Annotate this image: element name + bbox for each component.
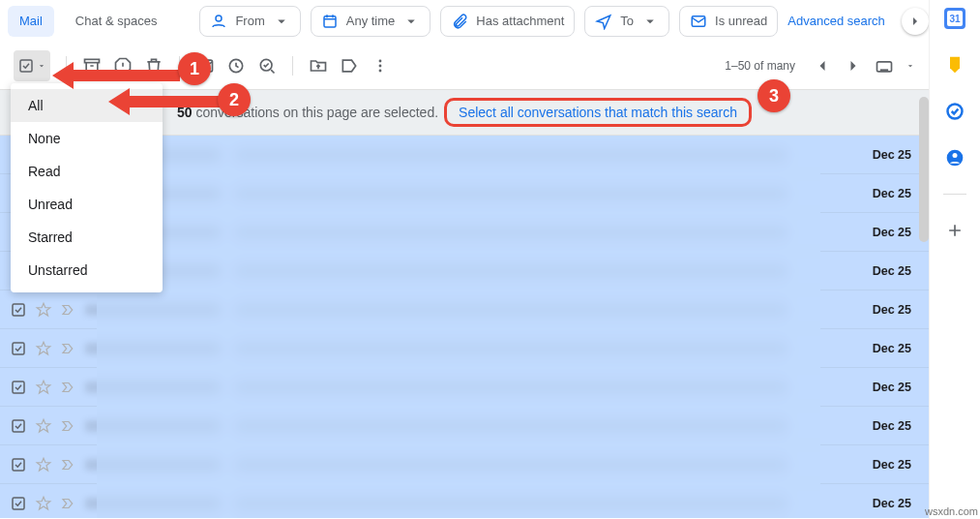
importance-icon[interactable] — [60, 417, 77, 435]
row-checkbox-icon[interactable] — [10, 301, 27, 319]
message-row[interactable]: Dec 25 — [0, 484, 929, 518]
advanced-search-link[interactable]: Advanced search — [787, 14, 884, 28]
message-row[interactable]: Dec 25 — [0, 368, 929, 407]
row-date: Dec 25 — [873, 187, 911, 200]
svg-point-8 — [379, 60, 382, 63]
row-checkbox-icon[interactable] — [10, 495, 27, 512]
row-date: Dec 25 — [873, 419, 911, 433]
tasks-app-icon[interactable] — [944, 101, 965, 122]
tab-mail[interactable]: Mail — [8, 6, 54, 37]
side-panel: 31 — [929, 0, 980, 519]
star-icon[interactable] — [35, 495, 52, 512]
chevron-down-icon — [402, 13, 420, 30]
row-date: Dec 25 — [873, 497, 911, 510]
tab-chat[interactable]: Chat & spaces — [64, 6, 169, 37]
svg-rect-16 — [13, 304, 24, 316]
row-date: Dec 25 — [873, 148, 911, 162]
send-icon — [595, 13, 612, 30]
more-icon[interactable] — [371, 56, 390, 76]
svg-rect-21 — [13, 498, 24, 509]
keep-app-icon[interactable] — [944, 54, 965, 76]
svg-point-10 — [379, 70, 382, 73]
svg-rect-20 — [13, 459, 24, 471]
move-to-icon[interactable] — [309, 56, 328, 76]
message-row[interactable]: Dec 25 — [0, 407, 929, 445]
importance-icon[interactable] — [60, 379, 77, 396]
star-icon[interactable] — [35, 456, 52, 473]
filter-unread[interactable]: Is unread — [679, 6, 778, 37]
filter-from[interactable]: From — [199, 6, 300, 37]
mail-icon — [690, 13, 707, 30]
annotation-badge-1: 1 — [178, 52, 211, 85]
caret-down-icon — [37, 61, 46, 71]
star-icon[interactable] — [35, 379, 52, 396]
filter-bar: Mail Chat & spaces From Any time Has att… — [0, 0, 929, 43]
row-checkbox-icon[interactable] — [10, 340, 27, 357]
attachment-icon — [451, 13, 468, 30]
row-date: Dec 25 — [873, 342, 911, 355]
add-task-icon[interactable] — [257, 56, 277, 76]
annotation-arrow-1 — [52, 62, 180, 89]
row-date: Dec 25 — [873, 303, 911, 317]
select-all-link[interactable]: Select all conversations that match this… — [459, 105, 737, 120]
chevron-down-icon — [641, 13, 659, 30]
svg-point-9 — [379, 65, 382, 68]
caret-down-icon — [906, 61, 915, 71]
row-checkbox-icon[interactable] — [10, 456, 27, 473]
calendar-app-icon[interactable]: 31 — [944, 8, 965, 29]
row-date: Dec 25 — [873, 458, 911, 472]
contacts-app-icon[interactable] — [944, 147, 965, 168]
message-row[interactable]: Dec 25 — [0, 445, 929, 484]
scrollbar[interactable] — [919, 97, 929, 242]
message-row[interactable]: Dec 25 — [0, 329, 929, 368]
svg-rect-17 — [13, 343, 24, 354]
dropdown-item-starred[interactable]: Starred — [11, 221, 163, 254]
input-tool-icon[interactable] — [875, 56, 894, 76]
annotation-badge-3: 3 — [757, 79, 790, 112]
svg-rect-19 — [13, 420, 24, 432]
row-date: Dec 25 — [873, 264, 911, 278]
newer-icon[interactable] — [813, 56, 832, 76]
older-icon[interactable] — [844, 56, 863, 76]
checkbox-checked-icon — [17, 57, 35, 75]
row-checkbox-icon[interactable] — [10, 417, 27, 435]
page-range: 1–50 of many — [725, 59, 795, 73]
chevron-right-icon — [907, 14, 923, 29]
filter-scroll-right[interactable] — [902, 8, 929, 35]
annotation-arrow-2 — [108, 88, 221, 115]
snooze-icon[interactable] — [226, 56, 246, 76]
svg-point-0 — [216, 15, 222, 21]
svg-point-24 — [953, 153, 958, 158]
labels-icon[interactable] — [340, 56, 359, 76]
watermark: wsxdn.com — [925, 505, 978, 517]
importance-icon[interactable] — [60, 495, 77, 512]
chevron-down-icon — [273, 13, 290, 30]
filter-anytime[interactable]: Any time — [311, 6, 431, 37]
add-app-icon[interactable] — [944, 220, 965, 241]
filter-to[interactable]: To — [584, 6, 669, 37]
dropdown-item-unread[interactable]: Unread — [11, 188, 163, 221]
svg-rect-18 — [13, 382, 24, 393]
dropdown-item-read[interactable]: Read — [11, 155, 163, 188]
calendar-icon — [321, 13, 339, 30]
dropdown-item-unstarred[interactable]: Unstarred — [11, 254, 163, 287]
importance-icon[interactable] — [60, 340, 77, 357]
star-icon[interactable] — [35, 340, 52, 357]
svg-rect-1 — [324, 15, 336, 26]
person-icon — [210, 13, 227, 30]
row-date: Dec 25 — [873, 226, 911, 239]
annotation-badge-2: 2 — [218, 83, 251, 116]
importance-icon[interactable] — [60, 301, 77, 319]
dropdown-item-none[interactable]: None — [11, 122, 163, 155]
row-date: Dec 25 — [873, 381, 911, 394]
message-row[interactable]: Dec 25 — [0, 290, 929, 329]
star-icon[interactable] — [35, 417, 52, 435]
row-checkbox-icon[interactable] — [10, 379, 27, 396]
star-icon[interactable] — [35, 301, 52, 319]
importance-icon[interactable] — [60, 456, 77, 473]
filter-attachment[interactable]: Has attachment — [440, 6, 575, 37]
svg-rect-3 — [20, 60, 32, 72]
select-dropdown-button[interactable] — [14, 50, 50, 81]
